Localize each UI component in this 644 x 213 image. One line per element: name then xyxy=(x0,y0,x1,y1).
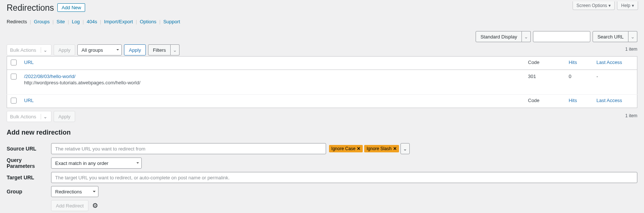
col-code: Code xyxy=(524,57,565,70)
search-url-chevron[interactable]: ⌄ xyxy=(628,31,637,42)
subnav-current: Redirects xyxy=(7,19,27,24)
bulk-actions-label-bottom: Bulk Actions xyxy=(10,114,36,119)
chevron-down-icon: ⌄ xyxy=(173,47,177,53)
query-params-label: Query Parameters xyxy=(7,156,51,170)
chevron-down-icon: ▾ xyxy=(608,3,611,8)
close-icon: ✕ xyxy=(357,146,360,151)
col-hits-bottom[interactable]: Hits xyxy=(569,98,577,103)
query-params-select[interactable]: Exact match in any order xyxy=(51,158,142,169)
col-last-bottom[interactable]: Last Access xyxy=(597,98,622,103)
subnav-options[interactable]: Options xyxy=(140,19,157,24)
screen-options-label: Screen Options xyxy=(577,3,607,8)
chevron-down-icon: ⌄ xyxy=(403,146,407,152)
row-last: - xyxy=(593,70,637,95)
chevron-down-icon: ⌄ xyxy=(631,34,635,40)
select-all-checkbox[interactable] xyxy=(11,60,17,65)
chevron-down-icon: ▾ xyxy=(632,3,634,8)
source-flags-chevron[interactable]: ⌄ xyxy=(400,143,410,154)
apply-bulk-button-bottom[interactable]: Apply xyxy=(54,111,76,122)
gear-icon[interactable]: ⚙ xyxy=(92,202,98,210)
apply-filter-button[interactable]: Apply xyxy=(124,44,146,55)
ignore-slash-flag[interactable]: Ignore Slash ✕ xyxy=(364,145,399,152)
col-code-bottom: Code xyxy=(524,95,565,108)
target-url-label: Target URL xyxy=(7,170,51,185)
display-mode-button[interactable]: Standard Display xyxy=(476,31,522,42)
bulk-actions-label: Bulk Actions xyxy=(10,47,36,53)
source-url-input[interactable] xyxy=(51,143,326,154)
bulk-actions-select[interactable]: Bulk Actions ⌄ xyxy=(7,44,51,55)
close-icon: ✕ xyxy=(393,146,397,151)
subnav-404s[interactable]: 404s xyxy=(87,19,97,24)
subnav-log[interactable]: Log xyxy=(72,19,80,24)
help-button[interactable]: Help ▾ xyxy=(617,1,638,10)
add-new-button[interactable]: Add New xyxy=(57,3,85,12)
chevron-down-icon: ⌄ xyxy=(41,114,50,119)
filters-button[interactable]: Filters xyxy=(148,44,171,55)
table-row: /2022/08/03/hello-world/ http://wordpres… xyxy=(7,70,637,95)
chevron-down-icon: ⌄ xyxy=(524,34,528,40)
page-title: Redirections xyxy=(7,3,54,13)
help-label: Help xyxy=(621,3,630,8)
apply-bulk-button[interactable]: Apply xyxy=(54,44,76,55)
col-last[interactable]: Last Access xyxy=(597,60,622,65)
group-label: Group xyxy=(7,185,51,199)
screen-options-button[interactable]: Screen Options ▾ xyxy=(573,1,615,10)
display-mode-chevron[interactable]: ⌄ xyxy=(522,31,531,42)
ignore-case-flag[interactable]: Ignore Case ✕ xyxy=(329,145,363,152)
row-target-url: http://wordpress-tutorials.atwebpages.co… xyxy=(24,80,521,85)
target-url-input[interactable] xyxy=(51,172,637,183)
redirects-table: URL Code Hits Last Access /2022/08/03/he… xyxy=(7,56,637,108)
add-redirect-button[interactable]: Add Redirect xyxy=(51,200,88,211)
item-count-bottom: 1 item xyxy=(625,113,637,118)
subnav: Redirects | Groups | Site | Log | 404s |… xyxy=(7,19,637,24)
search-url-button[interactable]: Search URL xyxy=(593,31,628,42)
row-source-url[interactable]: /2022/08/03/hello-world/ xyxy=(24,74,76,79)
groups-filter-select[interactable]: All groups xyxy=(77,44,122,55)
form-heading: Add new redirection xyxy=(7,129,637,136)
col-hits[interactable]: Hits xyxy=(569,60,577,65)
subnav-import-export[interactable]: Import/Export xyxy=(104,19,133,24)
bulk-actions-select-bottom[interactable]: Bulk Actions ⌄ xyxy=(7,111,51,122)
chevron-down-icon: ⌄ xyxy=(41,47,50,53)
subnav-groups[interactable]: Groups xyxy=(34,19,50,24)
row-code: 301 xyxy=(524,70,565,95)
source-url-label: Source URL xyxy=(7,142,51,156)
row-hits: 0 xyxy=(565,70,593,95)
col-url-bottom[interactable]: URL xyxy=(24,98,34,103)
group-select[interactable]: Redirections xyxy=(51,186,98,197)
col-url[interactable]: URL xyxy=(24,60,34,65)
item-count-top: 1 item xyxy=(625,47,637,52)
search-input[interactable] xyxy=(533,31,590,42)
subnav-support[interactable]: Support xyxy=(163,19,180,24)
subnav-site[interactable]: Site xyxy=(57,19,65,24)
filters-chevron[interactable]: ⌄ xyxy=(171,44,180,55)
row-checkbox[interactable] xyxy=(11,74,17,80)
select-all-checkbox-bottom[interactable] xyxy=(11,98,17,104)
